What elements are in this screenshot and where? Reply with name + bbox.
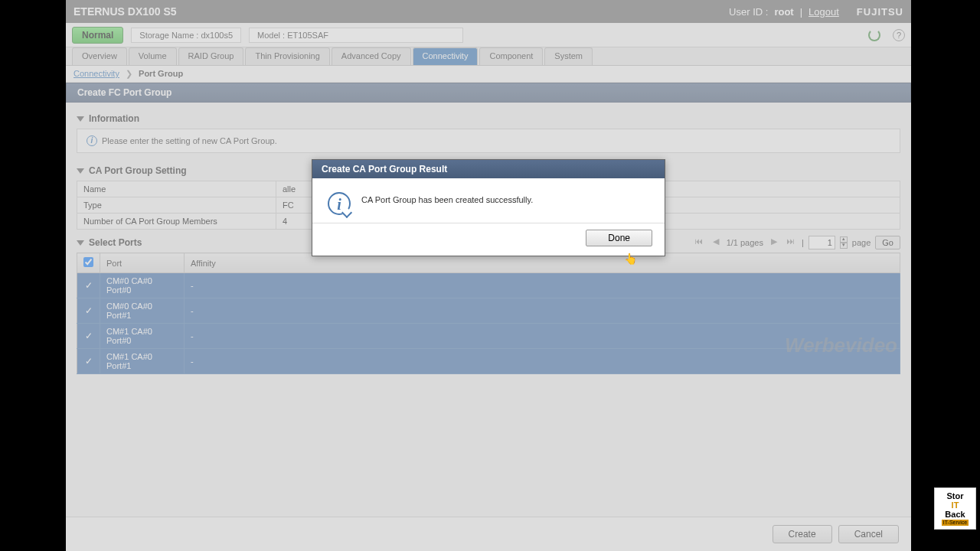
storitback-logo: Stor IT Back IT-Service xyxy=(934,487,976,530)
modal-message: CA Port Group has been created successfu… xyxy=(361,192,533,204)
modal-overlay xyxy=(66,0,911,551)
result-modal: Create CA Port Group Result CA Port Grou… xyxy=(312,159,665,256)
info-icon xyxy=(328,192,351,215)
modal-title: Create CA Port Group Result xyxy=(312,160,665,178)
done-button[interactable]: Done xyxy=(586,230,652,246)
